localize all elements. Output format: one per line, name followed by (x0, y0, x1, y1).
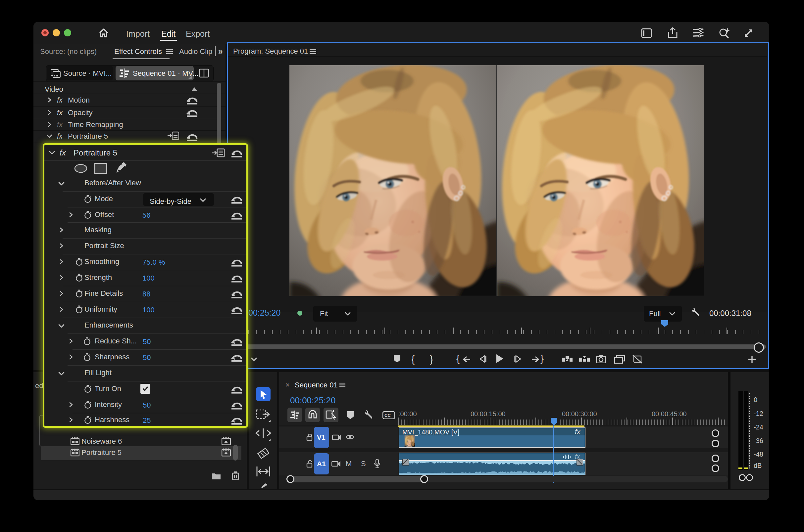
svg-text:CC: CC (384, 413, 391, 418)
